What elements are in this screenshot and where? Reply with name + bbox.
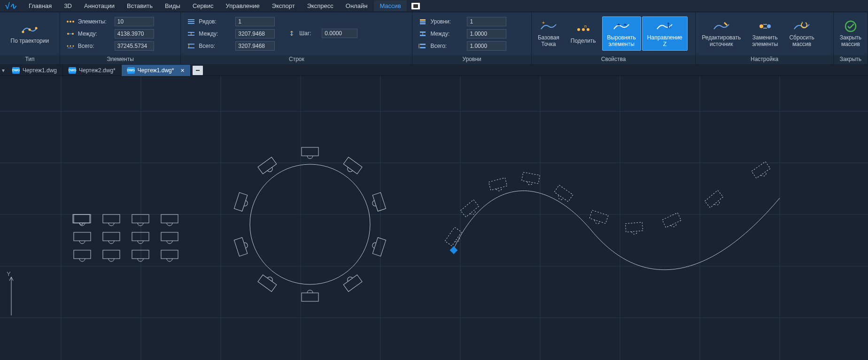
svg-text:z: z <box>669 25 671 29</box>
divide-button[interactable]: n Поделить <box>566 16 601 51</box>
reset-array-label: Сбросить массив <box>789 35 814 48</box>
menu-express[interactable]: Экспресс <box>302 0 339 11</box>
menu-manage[interactable]: Управление <box>220 0 265 11</box>
svg-rect-84 <box>258 157 277 174</box>
svg-rect-64 <box>103 214 120 223</box>
svg-rect-27 <box>420 35 426 36</box>
menu-3d[interactable]: 3D <box>58 0 78 11</box>
menu-views[interactable]: Виды <box>159 0 186 11</box>
elements-between-input[interactable] <box>115 29 154 38</box>
svg-point-33 <box>577 28 580 31</box>
edit-source-button[interactable]: Редактировать источник <box>697 16 746 51</box>
elements-between-label: Между: <box>78 31 112 37</box>
menubar: √∿ Главная 3D Аннотации Вставить Виды Се… <box>0 0 868 12</box>
levels-total-input[interactable] <box>467 41 506 51</box>
base-point-button[interactable]: + Базовая Точка <box>533 16 565 51</box>
levels-between-label: Между: <box>430 31 464 37</box>
rows-between-input[interactable] <box>235 29 275 38</box>
svg-rect-88 <box>522 172 540 184</box>
levels-between-input[interactable] <box>467 29 506 38</box>
tabs-dropdown-icon[interactable]: ▾ <box>0 65 7 76</box>
edit-source-label: Редактировать источник <box>702 35 741 48</box>
panel-levels-label: Уровни <box>412 55 531 64</box>
step-input[interactable] <box>322 29 357 38</box>
elements-count-input[interactable] <box>115 17 154 26</box>
replace-elements-button[interactable]: Заменить элементы <box>747 16 783 51</box>
levels-count-input[interactable] <box>467 17 506 26</box>
elements-total-input[interactable] <box>115 41 154 51</box>
drawing-canvas[interactable]: Y <box>0 76 868 360</box>
doc-tab-2[interactable]: DWG Чертеж2.dwg* <box>63 65 122 76</box>
elements-total-label: Всего: <box>78 43 112 49</box>
step-icon <box>287 30 296 37</box>
doc-tab-1[interactable]: DWG Чертеж1.dwg <box>7 65 63 76</box>
document-tab-bar: ▾ DWG Чертеж1.dwg DWG Чертеж2.dwg* DWG Ч… <box>0 65 868 76</box>
new-tab-button[interactable] <box>193 66 203 75</box>
polar-array-drawing <box>250 164 370 284</box>
svg-rect-63 <box>74 214 91 223</box>
menu-home[interactable]: Главная <box>23 0 57 11</box>
svg-point-5 <box>72 21 74 23</box>
levels-count-label: Уровни: <box>430 18 464 25</box>
panel-properties: + Базовая Точка n Поделить Выровнять эле… <box>532 12 696 64</box>
svg-rect-93 <box>705 191 723 208</box>
svg-point-10 <box>70 45 71 46</box>
svg-rect-26 <box>420 31 426 33</box>
svg-rect-92 <box>662 213 681 228</box>
doc-tab-2-label: Чертеж2.dwg* <box>79 67 116 74</box>
menu-service[interactable]: Сервис <box>187 0 219 11</box>
svg-point-2 <box>35 27 38 29</box>
rows-count-icon <box>186 18 196 25</box>
svg-rect-85 <box>445 227 461 246</box>
rows-count-label: Рядов: <box>199 18 232 25</box>
array-path-button[interactable]: По траектории <box>6 20 54 48</box>
svg-rect-90 <box>589 210 608 223</box>
svg-rect-75 <box>302 147 318 156</box>
ucs-icon: Y <box>7 270 13 315</box>
svg-rect-77 <box>372 192 386 211</box>
svg-rect-73 <box>132 250 149 259</box>
direction-z-button[interactable]: z Направление Z <box>642 16 688 51</box>
svg-rect-69 <box>132 232 149 241</box>
dwg-icon: DWG <box>12 67 20 74</box>
svg-point-43 <box>845 21 856 31</box>
path-start-grip[interactable] <box>450 246 458 254</box>
rows-total-input[interactable] <box>235 41 275 51</box>
close-icon[interactable]: × <box>180 67 184 74</box>
menu-annotations[interactable]: Аннотации <box>78 0 120 11</box>
svg-text:+: + <box>542 20 545 25</box>
array-path-label: По траектории <box>11 38 49 45</box>
svg-rect-82 <box>234 237 247 256</box>
close-array-button[interactable]: Закрыть массив <box>835 16 867 51</box>
svg-rect-30 <box>420 47 426 48</box>
levels-count-icon <box>418 18 427 25</box>
svg-rect-80 <box>302 293 318 301</box>
svg-rect-72 <box>103 250 120 259</box>
menu-export[interactable]: Экспорт <box>266 0 301 11</box>
svg-point-35 <box>587 28 589 31</box>
svg-point-0 <box>22 31 24 33</box>
doc-tab-3-label: Чертеж1.dwg* <box>138 67 174 74</box>
rows-between-icon <box>186 30 196 38</box>
svg-rect-94 <box>752 161 770 178</box>
elements-count-icon <box>66 18 75 25</box>
svg-rect-79 <box>343 275 362 292</box>
doc-tab-3[interactable]: DWG Чертеж1.dwg* × <box>122 65 191 76</box>
levels-total-icon <box>418 42 427 50</box>
menu-extra-icon[interactable] <box>411 3 420 9</box>
svg-text:n: n <box>584 24 587 29</box>
svg-point-3 <box>67 21 69 23</box>
menu-insert[interactable]: Вставить <box>121 0 158 11</box>
svg-point-9 <box>67 45 68 46</box>
menu-online[interactable]: Онлайн <box>340 0 373 11</box>
menu-array[interactable]: Массив <box>374 0 406 11</box>
align-elements-button[interactable]: Выровнять элементы <box>602 16 641 51</box>
svg-point-41 <box>760 24 763 28</box>
svg-marker-37 <box>617 23 620 25</box>
svg-rect-91 <box>625 222 643 232</box>
svg-rect-23 <box>420 19 426 21</box>
rows-count-input[interactable] <box>235 17 275 26</box>
svg-point-60 <box>250 164 370 284</box>
reset-array-button[interactable]: Сбросить массив <box>784 16 819 51</box>
panel-setup: Редактировать источник Заменить элементы… <box>696 12 833 64</box>
